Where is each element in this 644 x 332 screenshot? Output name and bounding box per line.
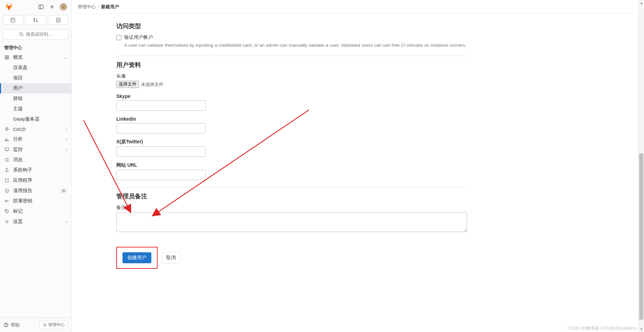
- svg-point-28: [8, 181, 9, 182]
- chevron-right-icon: ›: [66, 137, 67, 142]
- svg-point-27: [5, 181, 6, 182]
- svg-point-32: [5, 200, 7, 202]
- profile-section: 用户资料 头像 选择文件 未选择文件 Skype Linkedin X(原Twi…: [116, 56, 467, 187]
- notes-section: 管理员备注 备注: [116, 187, 467, 240]
- svg-rect-13: [7, 56, 9, 57]
- breadcrumb: 管理中心 / 新建用户: [72, 0, 644, 14]
- scroll-track[interactable]: [638, 6, 644, 326]
- monitor-icon: [4, 147, 10, 152]
- svg-point-16: [7, 128, 7, 129]
- annotation-frame: 创建用户: [116, 247, 158, 269]
- chevron-right-icon: ›: [66, 147, 67, 152]
- svg-point-25: [5, 179, 6, 180]
- linkedin-label: Linkedin: [116, 116, 467, 122]
- access-section: 访问类型 验证用户帐户 A user can validate themselv…: [116, 17, 467, 56]
- nav-hooks[interactable]: 系统钩子: [0, 165, 71, 175]
- nav-dashboard[interactable]: 仪表盘: [0, 63, 71, 73]
- breadcrumb-separator: /: [98, 4, 99, 9]
- tag-icon: [4, 209, 10, 214]
- validate-desc: A user can validate themselves by inputt…: [124, 42, 467, 49]
- sidebar-topbar: a: [0, 0, 71, 14]
- scroll-down-icon[interactable]: ▾: [638, 326, 644, 332]
- svg-rect-12: [5, 56, 7, 57]
- svg-point-36: [6, 221, 8, 222]
- nav-messages[interactable]: 消息: [0, 155, 71, 165]
- merge-requests-button[interactable]: [25, 15, 46, 25]
- svg-rect-4: [11, 18, 15, 22]
- help-link[interactable]: 帮助: [3, 322, 20, 328]
- nav-gitaly[interactable]: Gitaly服务器: [0, 114, 71, 124]
- cancel-button[interactable]: 取消: [162, 252, 180, 264]
- svg-point-10: [20, 33, 22, 35]
- admin-button[interactable]: 管理中心: [39, 321, 68, 329]
- svg-point-31: [7, 191, 7, 192]
- action-row: 创建用户 取消: [116, 247, 467, 269]
- skype-input[interactable]: [116, 100, 206, 111]
- breadcrumb-current: 新建用户: [101, 4, 119, 10]
- main: 管理中心 / 新建用户 访问类型 验证用户帐户 A user can valid…: [72, 0, 644, 332]
- svg-point-38: [6, 326, 6, 326]
- nav-topics[interactable]: 主题: [0, 104, 71, 114]
- apps-icon: [4, 178, 10, 183]
- avatar[interactable]: a: [60, 3, 67, 11]
- nav-groups[interactable]: 群组: [0, 93, 71, 104]
- sidebar: a 搜索或转到… 管理中心 概览 ⌄ 仪表盘 项目 用户 群组 主题 Gital…: [0, 0, 72, 332]
- scrollbar[interactable]: ▴ ▾: [638, 0, 644, 332]
- avatar-label: 头像: [116, 73, 467, 79]
- chevron-right-icon: ›: [66, 127, 67, 132]
- nav-users[interactable]: 用户: [0, 83, 71, 93]
- section-heading: 用户资料: [116, 61, 467, 69]
- sidebar-quick-actions: [0, 14, 71, 27]
- search-input[interactable]: 搜索或转到…: [3, 29, 68, 40]
- gitlab-logo[interactable]: [4, 2, 14, 12]
- badge: 0: [60, 189, 67, 193]
- create-user-button[interactable]: 创建用户: [122, 252, 151, 263]
- validate-user-checkbox[interactable]: [116, 35, 121, 40]
- issues-button[interactable]: [3, 15, 23, 25]
- nav-cicd[interactable]: CI/CD ›: [0, 124, 71, 134]
- nav-abuse[interactable]: 滥用报告 0: [0, 186, 71, 196]
- linkedin-input[interactable]: [116, 123, 206, 133]
- choose-file-button[interactable]: 选择文件: [116, 81, 139, 88]
- nav-label: 概览: [13, 54, 60, 60]
- anchor-icon: [4, 167, 10, 173]
- scroll-thumb[interactable]: [639, 153, 643, 320]
- plus-icon[interactable]: [49, 3, 55, 10]
- megaphone-icon: [4, 157, 10, 163]
- panel-icon[interactable]: [37, 3, 44, 10]
- svg-point-35: [6, 210, 7, 211]
- nav-analytics[interactable]: 分析 ›: [0, 134, 71, 144]
- file-status: 未选择文件: [141, 81, 163, 88]
- grid-icon: [4, 55, 10, 60]
- nav-settings[interactable]: 设置 ›: [0, 217, 71, 227]
- notes-label: 备注: [116, 204, 467, 211]
- nav-applications[interactable]: 应用程序: [0, 175, 71, 186]
- twitter-input[interactable]: [116, 146, 206, 157]
- warning-icon: [4, 188, 10, 193]
- nav: 概览 ⌄ 仪表盘 项目 用户 群组 主题 Gitaly服务器 CI/CD › 分…: [0, 52, 71, 318]
- section-heading: 访问类型: [116, 22, 467, 30]
- nav-projects[interactable]: 项目: [0, 73, 71, 83]
- gear-icon: [4, 219, 10, 224]
- chevron-down-icon: ⌄: [64, 55, 67, 60]
- twitter-label: X(原Twitter): [116, 139, 467, 145]
- svg-point-23: [7, 168, 8, 169]
- nav-labels[interactable]: 标记: [0, 206, 71, 217]
- svg-rect-14: [5, 58, 7, 59]
- scroll-up-icon[interactable]: ▴: [638, 0, 644, 6]
- skype-label: Skype: [116, 93, 467, 99]
- svg-rect-21: [5, 148, 9, 151]
- website-input[interactable]: [116, 170, 206, 180]
- svg-line-11: [22, 35, 23, 36]
- svg-rect-9: [56, 18, 60, 22]
- nav-monitoring[interactable]: 监控 ›: [0, 144, 71, 155]
- breadcrumb-root[interactable]: 管理中心: [78, 4, 96, 10]
- svg-rect-0: [39, 5, 43, 9]
- nav-deploy-keys[interactable]: 部署密钥: [0, 196, 71, 206]
- notes-textarea[interactable]: [116, 212, 467, 232]
- svg-point-8: [36, 21, 37, 22]
- search-placeholder: 搜索或转到…: [26, 31, 53, 37]
- rocket-icon: [4, 126, 10, 132]
- nav-overview[interactable]: 概览 ⌄: [0, 52, 71, 63]
- todos-button[interactable]: [48, 15, 68, 25]
